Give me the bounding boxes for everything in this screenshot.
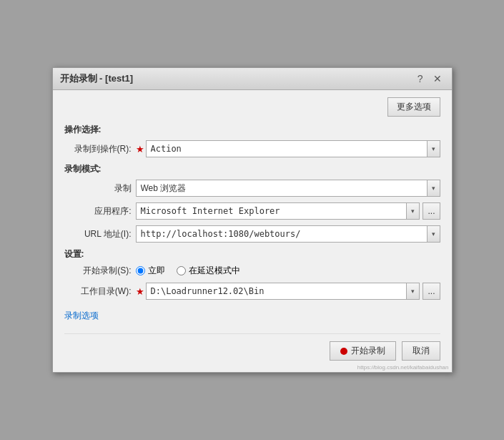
record-arrow[interactable]: ▾	[428, 180, 440, 197]
app-browse-button[interactable]: ...	[423, 202, 440, 220]
record-to-action-row: 录制到操作(R): ★ ▾	[64, 140, 440, 157]
record-to-action-label: 录制到操作(R):	[64, 143, 136, 155]
radio-delayed[interactable]	[177, 266, 186, 275]
record-to-action-input[interactable]	[146, 140, 428, 157]
record-mode-section: 录制模式:	[64, 163, 440, 175]
help-button[interactable]: ?	[415, 73, 426, 84]
radio-immediate-text: 立即	[148, 265, 165, 277]
start-record-row: 开始录制(S): 立即 在延迟模式中	[64, 265, 440, 277]
app-combo: ▾ ...	[136, 202, 440, 220]
main-dialog: 开始录制 - [test1] ? ✕ 更多选项 操作选择: 录制到操作(R): …	[52, 67, 453, 373]
start-record-button[interactable]: 开始录制	[330, 341, 396, 361]
record-combo: ▾	[136, 180, 440, 197]
radio-delayed-label[interactable]: 在延迟模式中	[177, 265, 240, 277]
record-to-action-arrow[interactable]: ▾	[428, 140, 440, 157]
required-star: ★	[136, 144, 144, 155]
work-dir-row: 工作目录(W): ★ ▾ ...	[64, 283, 440, 300]
settings-section: 设置:	[64, 248, 440, 260]
url-row: URL 地址(I): ▾	[64, 225, 440, 243]
work-dir-label: 工作目录(W):	[64, 285, 136, 298]
url-label: URL 地址(I):	[64, 228, 136, 240]
title-bar: 开始录制 - [test1] ? ✕	[53, 68, 452, 90]
operation-selection-section: 操作选择:	[64, 124, 440, 136]
dialog-title: 开始录制 - [test1]	[60, 72, 134, 85]
work-dir-arrow[interactable]: ▾	[407, 283, 420, 300]
radio-immediate[interactable]	[136, 266, 145, 275]
start-record-radio-group: 立即 在延迟模式中	[136, 265, 440, 277]
record-to-action-combo: ★ ▾	[136, 140, 440, 157]
radio-delayed-text: 在延迟模式中	[189, 265, 240, 277]
start-record-label: 开始录制(S):	[64, 265, 136, 277]
app-arrow[interactable]: ▾	[407, 202, 420, 220]
url-input[interactable]	[136, 225, 428, 243]
app-input[interactable]	[136, 202, 407, 220]
record-row: 录制 ▾	[64, 180, 440, 197]
record-dot-icon	[340, 348, 347, 355]
start-record-label-text: 开始录制	[351, 345, 385, 357]
record-label: 录制	[64, 182, 136, 195]
work-dir-star: ★	[136, 286, 144, 297]
bottom-bar: 开始录制 取消	[64, 333, 440, 361]
work-dir-browse-button[interactable]: ...	[423, 283, 440, 300]
dialog-content: 更多选项 操作选择: 录制到操作(R): ★ ▾ 录制模式: 录制 ▾ 应用程序…	[53, 90, 452, 372]
watermark: https://blog.csdn.net/kaifabaidushan	[357, 364, 449, 371]
url-arrow[interactable]: ▾	[428, 225, 440, 243]
top-bar: 更多选项	[64, 97, 440, 117]
work-dir-input[interactable]	[146, 283, 407, 300]
cancel-button[interactable]: 取消	[402, 341, 440, 361]
title-bar-controls: ? ✕	[415, 73, 445, 84]
record-options-link[interactable]: 录制选项	[64, 310, 99, 322]
record-input[interactable]	[136, 180, 428, 197]
work-dir-combo: ★ ▾ ...	[136, 283, 440, 300]
radio-immediate-label[interactable]: 立即	[136, 265, 165, 277]
close-button[interactable]: ✕	[430, 73, 445, 84]
url-combo: ▾	[136, 225, 440, 243]
app-label: 应用程序:	[64, 205, 136, 217]
less-options-button[interactable]: 更多选项	[387, 97, 440, 117]
app-row: 应用程序: ▾ ...	[64, 202, 440, 220]
